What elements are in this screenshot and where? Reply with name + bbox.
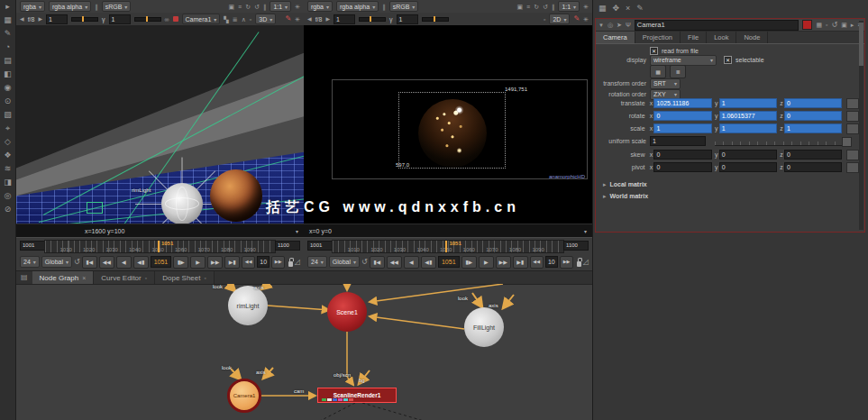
panel-menu-icon[interactable]: ▤: [16, 274, 32, 281]
display-dropdown[interactable]: wireframe▾: [650, 55, 717, 66]
light-sphere[interactable]: [161, 183, 203, 224]
node-scene1[interactable]: Scene1: [327, 292, 367, 332]
world-matrix-row[interactable]: ▸ World matrix: [596, 191, 859, 201]
time-tool-icon[interactable]: ◔: [5, 43, 10, 51]
collapse-icon[interactable]: ▼: [598, 23, 604, 28]
gain-prev-icon[interactable]: ◀: [20, 16, 24, 22]
key-menu-icon[interactable]: Ψ: [626, 22, 631, 28]
expand-triangle-icon[interactable]: ▸: [603, 193, 607, 199]
pause-playback-icon[interactable]: ∥: [263, 4, 267, 10]
slope-icon[interactable]: ◿: [583, 259, 589, 266]
goto-end-button[interactable]: ▶▮: [224, 256, 240, 269]
mute-tool-icon[interactable]: ⊘: [5, 205, 12, 214]
pivot-z-field[interactable]: 0: [784, 162, 842, 172]
range-scope-dropdown[interactable]: Global▾: [41, 256, 72, 268]
step-forward-button[interactable]: ▮▶: [461, 256, 477, 269]
scale-x-field[interactable]: 1: [653, 123, 711, 133]
timeline2-ruler[interactable]: 1010 1020 1030 1040 1050 1060 1070 1080 …: [332, 240, 564, 253]
expand-triangle-icon[interactable]: ▸: [603, 181, 607, 187]
gamma-value-field[interactable]: 1: [397, 14, 418, 24]
read-from-file-checkbox[interactable]: ✕: [650, 47, 658, 55]
jump-forward-button[interactable]: ▶▶: [560, 256, 573, 269]
annotate-pen-icon[interactable]: ✎: [573, 15, 580, 23]
tab-node-graph[interactable]: Node Graph×: [32, 271, 95, 284]
star-icon[interactable]: ✳: [295, 4, 300, 10]
threed-tool-icon[interactable]: ◇: [5, 138, 11, 146]
pivot-y-field[interactable]: 0: [719, 162, 777, 172]
skew-z-field[interactable]: 0: [784, 150, 842, 160]
close-icon[interactable]: ×: [626, 5, 630, 13]
merge-tool-icon[interactable]: ▧: [4, 111, 12, 119]
star-icon[interactable]: ✳: [583, 16, 589, 23]
monitor-out-icon[interactable]: ▣: [516, 4, 523, 10]
channel-tool-icon[interactable]: ▤: [4, 57, 12, 65]
goto-start-button[interactable]: ▮◀: [82, 256, 97, 269]
refresh-icon[interactable]: ↻: [245, 4, 251, 10]
record-tool-icon[interactable]: ◎: [5, 192, 12, 200]
rotate-y-field[interactable]: 1.06015377: [719, 111, 777, 121]
timeline1-range-start-field[interactable]: 1001: [20, 241, 45, 251]
translate-z-field[interactable]: 0: [784, 98, 842, 108]
gain-value-field[interactable]: 1: [46, 14, 68, 24]
viewer1-3d-viewport[interactable]: rimLight: [16, 25, 304, 224]
viewer1-camera-dropdown[interactable]: Camera1▾: [182, 14, 221, 24]
play-forward-button[interactable]: ▶: [479, 256, 494, 269]
scale-animation-button[interactable]: [846, 123, 859, 134]
current-frame-field[interactable]: 1051: [438, 256, 460, 268]
node-scanlinerender1[interactable]: ScanlineRender1: [317, 388, 397, 403]
node-color-swatch[interactable]: [802, 20, 812, 30]
node-rimlight[interactable]: rimLight: [228, 286, 268, 325]
viewer1-channels-dropdown[interactable]: rgba▾: [20, 1, 45, 12]
properties-scrollbar[interactable]: [859, 21, 863, 230]
play-backward-button[interactable]: ◀: [116, 256, 132, 269]
viewer2-2d-viewport[interactable]: 1491,751 597,0 anamorphicHD: [304, 25, 592, 224]
scale-y-field[interactable]: 1: [719, 123, 777, 133]
play-backward-button[interactable]: ◀: [404, 256, 419, 269]
annotate-pen-icon[interactable]: ✎: [285, 15, 291, 23]
scrollbar-thumb[interactable]: [859, 23, 863, 66]
tab-projection[interactable]: Projection: [635, 32, 681, 43]
jump-forward-button[interactable]: ▶▶: [271, 256, 285, 269]
goto-end-button[interactable]: ▶▮: [513, 256, 528, 269]
timeline1-range-end-field[interactable]: 1100: [275, 241, 300, 251]
slope-icon[interactable]: ◿: [295, 259, 300, 266]
list-icon[interactable]: ≡: [526, 4, 530, 10]
skew-y-field[interactable]: 0: [719, 150, 777, 160]
gain-next-icon[interactable]: ▶: [325, 16, 330, 22]
viewer1-zoom-dropdown[interactable]: 1:1▾: [270, 1, 291, 12]
gain-slider[interactable]: [359, 17, 386, 22]
rotate-z-field[interactable]: 0: [784, 111, 842, 121]
viewer2-zoom-dropdown[interactable]: 1:1▾: [558, 1, 580, 12]
rotate-animation-button[interactable]: [846, 111, 859, 122]
translate-x-field[interactable]: 1025.11186: [653, 98, 711, 108]
node-filllight[interactable]: FillLight: [464, 307, 504, 347]
filter-tool-icon[interactable]: ◉: [5, 84, 12, 92]
uniform-scale-slider[interactable]: [715, 138, 852, 146]
help-icon[interactable]: ▸: [851, 22, 854, 28]
goto-start-button[interactable]: ▮◀: [370, 256, 385, 269]
uniform-scale-slider-handle[interactable]: [842, 137, 852, 147]
step-back-button[interactable]: ◀▮: [133, 256, 149, 269]
anchor-icon[interactable]: ➤: [617, 22, 622, 28]
particles-tool-icon[interactable]: ❖: [4, 151, 11, 160]
gamma-value-field[interactable]: 1: [109, 14, 131, 24]
tab-node[interactable]: Node: [736, 32, 768, 43]
chevron-down-icon[interactable]: ▾: [296, 228, 298, 234]
camera-gizmo[interactable]: [87, 202, 103, 214]
pivot-animation-button[interactable]: [846, 162, 859, 173]
timeline2-range-end-field[interactable]: 1100: [563, 241, 589, 251]
layers-icon[interactable]: ▚: [224, 16, 228, 23]
snap-button[interactable]: ▦: [650, 65, 666, 78]
star-icon[interactable]: ✳: [295, 16, 300, 23]
loop-icon[interactable]: ↺: [361, 259, 368, 266]
loop-icon[interactable]: ↺: [74, 259, 80, 266]
frame-step-field[interactable]: 10: [257, 256, 270, 268]
record-dot-icon[interactable]: [173, 16, 178, 22]
keyer-tool-icon[interactable]: ⊙: [5, 97, 12, 105]
translate-y-field[interactable]: 1: [719, 98, 777, 108]
node-camera1[interactable]: Camera1: [227, 379, 261, 413]
timeline1-ruler[interactable]: 1010 1020 1030 1040 1050 1060 1070 1080 …: [44, 240, 276, 253]
viewer2-colorspace-dropdown[interactable]: sRGB▾: [389, 1, 419, 12]
chevron-down-icon[interactable]: ▾: [584, 228, 587, 234]
pause-icon[interactable]: ∥: [95, 4, 98, 10]
